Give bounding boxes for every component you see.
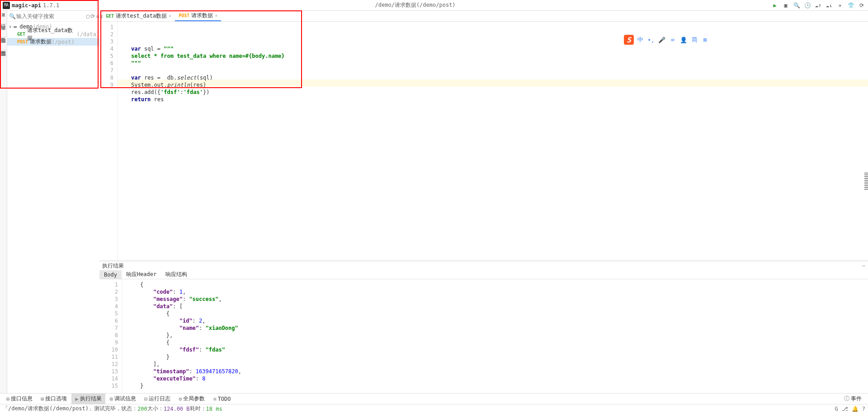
editor-tabs: GET 请求test_data数据 × POST 请求数据 × <box>99 11 868 22</box>
folder-icon[interactable]: ▣ <box>0 37 7 44</box>
new-icon[interactable]: ▢ <box>86 13 90 19</box>
search-icon[interactable]: 🔍 <box>793 2 800 9</box>
chevron-down-icon: ∨ <box>9 24 14 29</box>
status-bar: 「/demo/请求数据(/demo/post)」测试完毕，状态： 200 大小：… <box>0 404 868 413</box>
line-gutter: 123456789101112131415 <box>99 279 122 393</box>
tab-label: 请求test_data数据 <box>116 12 167 20</box>
footer-btn-log[interactable]: ⊟运行日志 <box>141 394 174 404</box>
bell-icon[interactable]: 🔔 <box>852 406 859 412</box>
search-input[interactable] <box>16 13 85 19</box>
minimize-icon[interactable]: — <box>862 263 865 269</box>
main-area: GET 请求test_data数据 × POST 请求数据 × 12345678… <box>99 11 868 393</box>
ime-bar[interactable]: S 中 •, 🎤 ⌨ 👤 简 ⊞ <box>624 35 710 45</box>
search-bar: 🔍 ▢ ⟳ ⇉ ↕ <box>7 11 99 22</box>
app-logo: MA <box>3 2 10 9</box>
rail-tab-func[interactable]: 函数 <box>0 31 7 37</box>
left-rail: ▣ 接口 ▣ 函数 ▣ 数据源 ▣ <box>0 11 7 393</box>
folder-icon[interactable]: ▣ <box>0 50 7 57</box>
user-icon[interactable]: 👤 <box>679 35 688 44</box>
footer-btn-result[interactable]: ▶执行结果 <box>71 394 105 404</box>
result-tab-body[interactable]: Body <box>99 270 122 279</box>
result-content[interactable]: { "code": 1, "message": "success", "data… <box>122 279 868 393</box>
code-editor[interactable]: 123456789 var sql = """select * from tes… <box>99 22 868 261</box>
sogou-logo-icon[interactable]: S <box>624 35 634 45</box>
upload-icon[interactable]: ☁↑ <box>815 2 822 9</box>
folder-icon[interactable]: ▣ <box>0 24 7 31</box>
run-icon[interactable]: ▶ <box>771 2 778 9</box>
download-icon[interactable]: ☁↓ <box>826 2 833 9</box>
rail-tab-api[interactable]: 接口 <box>0 18 7 24</box>
item-name: 请求数据 <box>30 38 52 46</box>
tshirt-icon[interactable]: 👕 <box>847 2 854 9</box>
send-icon[interactable]: ✈ <box>836 2 844 9</box>
footer-btn-global[interactable]: ⚙全局参数 <box>175 394 208 404</box>
status-size-label: 大小： <box>147 405 164 413</box>
tree-item-get[interactable]: GET 请求test_data数据 (/data) <box>7 30 99 38</box>
folder-icon[interactable]: ▣ <box>0 11 7 18</box>
status-text: 「/demo/请求数据(/demo/post)」测试完毕，状态： <box>3 405 137 413</box>
method-badge: GET <box>106 14 114 19</box>
result-tabs: Body 响应Header 响应结构 <box>99 270 868 279</box>
item-path: (/post) <box>52 39 75 45</box>
header-tools: ▶ ▣ 🔍 🕓 ☁↑ ☁↓ ✈ 👕 ⟳ <box>771 2 865 9</box>
mic-icon[interactable]: 🎤 <box>657 35 666 44</box>
folder-icon: ▬ <box>14 23 17 30</box>
app-title: magic-api <box>12 2 41 9</box>
tab-label: 请求数据 <box>191 12 213 19</box>
breadcrumb-path: /demo/请求数据(/demo/post) <box>59 1 771 9</box>
stop-icon[interactable]: ▣ <box>782 2 789 9</box>
ime-punct[interactable]: •, <box>646 35 656 44</box>
result-tab-struct[interactable]: 响应结构 <box>161 270 192 279</box>
result-panel: 执行结果 — Body 响应Header 响应结构 12345678910111… <box>99 261 868 393</box>
ime-simp[interactable]: 简 <box>690 35 699 44</box>
api-tree: ∨ ▬ demo (demo) GET 请求test_data数据 (/data… <box>7 22 99 393</box>
search-icon: 🔍 <box>9 13 15 19</box>
tab-post[interactable]: POST 请求数据 × <box>175 11 221 21</box>
status-code: 200 <box>137 406 147 412</box>
result-title: 执行结果 <box>102 262 124 270</box>
footer-btn-debug[interactable]: ⊞调试信息 <box>106 394 140 404</box>
header: MA magic-api 1.7.1 /demo/请求数据(/demo/post… <box>0 0 868 11</box>
item-path: (/data) <box>76 31 99 38</box>
close-icon[interactable]: × <box>169 14 171 19</box>
grid-icon[interactable]: ⊞ <box>701 35 710 44</box>
code-content[interactable]: var sql = """select * from test_data whe… <box>118 22 868 261</box>
method-badge: POST <box>179 13 189 18</box>
footer-btn-events[interactable]: ⓘ事件 <box>840 394 865 404</box>
ime-lang[interactable]: 中 <box>636 35 645 44</box>
drag-handle[interactable] <box>864 172 868 190</box>
footer-btn-opts[interactable]: ⊞接口选项 <box>37 394 71 404</box>
method-badge: POST <box>17 39 28 44</box>
status-size: 124.00 B <box>164 406 190 412</box>
tab-get[interactable]: GET 请求test_data数据 × <box>102 11 175 21</box>
location-icon[interactable]: ⇉ <box>96 13 99 19</box>
footer-btn-info[interactable]: ⊞接口信息 <box>3 394 36 404</box>
sidebar: 🔍 ▢ ⟳ ⇉ ↕ ∨ ▬ demo (demo) GET 请求test_dat… <box>7 11 99 393</box>
footer-btn-todo[interactable]: ≡TODO <box>209 394 234 404</box>
method-badge: GET <box>17 32 25 37</box>
tree-item-post[interactable]: POST 请求数据 (/post) <box>7 38 99 46</box>
gitee-icon[interactable]: G <box>835 406 838 412</box>
status-time-label: 耗时： <box>190 405 206 413</box>
app-version: 1.7.1 <box>43 2 59 9</box>
result-body[interactable]: 123456789101112131415 { "code": 1, "mess… <box>99 279 868 393</box>
result-tab-header[interactable]: 响应Header <box>122 270 161 279</box>
github-icon[interactable]: ⎇ <box>842 406 848 412</box>
refresh-tree-icon[interactable]: ⟳ <box>90 13 95 19</box>
rail-tab-ds[interactable]: 数据源 <box>0 44 7 50</box>
close-icon[interactable]: × <box>215 13 217 18</box>
keyboard-icon[interactable]: ⌨ <box>668 35 677 44</box>
history-icon[interactable]: 🕓 <box>804 2 811 9</box>
status-time: 18 ms <box>206 406 222 412</box>
bottom-toolbar: ⊞接口信息 ⊞接口选项 ▶执行结果 ⊞调试信息 ⊟运行日志 ⚙全局参数 ≡TOD… <box>0 393 868 404</box>
refresh-icon[interactable]: ⟳ <box>858 2 865 9</box>
status-right-icons: G ⎇ 🔔 ? <box>835 406 865 412</box>
line-gutter: 123456789 <box>99 22 118 261</box>
help-icon[interactable]: ? <box>862 406 865 412</box>
